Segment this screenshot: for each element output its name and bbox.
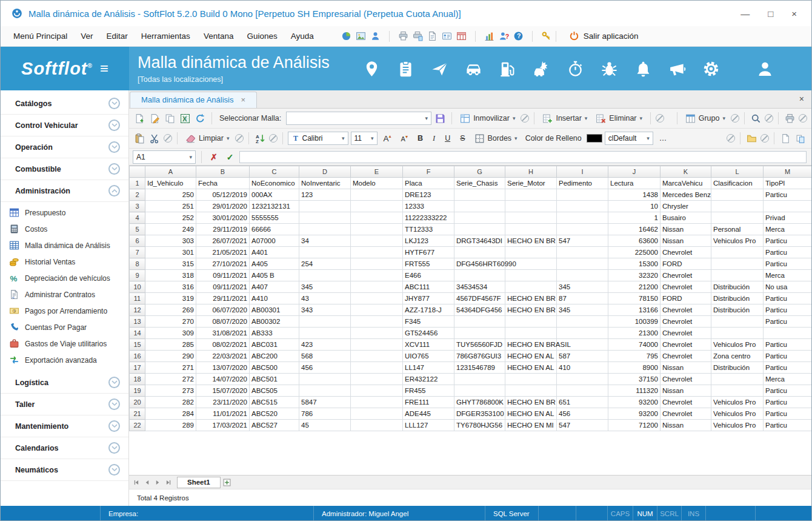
cell-H7[interactable] <box>505 247 557 258</box>
cell-C6[interactable]: A07000 <box>250 235 299 247</box>
cell-J20[interactable]: 93200 <box>608 397 661 408</box>
cell-B8[interactable]: 27/10/2021 <box>196 258 250 270</box>
sidebar-section-administracion[interactable]: Administración <box>1 180 128 202</box>
bar-chart-icon[interactable] <box>484 31 494 41</box>
malla-select[interactable]: ▾ <box>286 112 431 125</box>
cell-J17[interactable]: 8900 <box>608 362 661 374</box>
menu-toggle-icon[interactable]: ≡ <box>100 61 108 76</box>
cell-I22[interactable]: 547 <box>557 420 608 431</box>
cell-B13[interactable]: 08/07/2020 <box>196 316 250 328</box>
cell-H11[interactable]: HECHO EN BR <box>505 293 557 304</box>
cell-C2[interactable]: 000AX <box>250 189 299 201</box>
cell-L17[interactable]: Distribución <box>711 362 764 374</box>
cell-E14[interactable] <box>351 328 403 339</box>
cell-I20[interactable]: 651 <box>557 397 608 408</box>
cell-E4[interactable] <box>351 212 403 224</box>
menu-guiones[interactable]: Guiones <box>240 29 284 44</box>
cell-J4[interactable]: 1 <box>608 212 661 224</box>
cell-H9[interactable] <box>505 270 557 281</box>
cell-C3[interactable]: 1232132131 <box>250 201 299 212</box>
sidebar-item-costos[interactable]: Costos <box>1 221 128 237</box>
inmovilizar-dropdown[interactable]: Inmovilizar▾ <box>457 112 518 125</box>
cell-J3[interactable]: 10 <box>608 201 661 212</box>
cell-J21[interactable]: 93200 <box>608 408 661 420</box>
cell-A14[interactable]: 309 <box>145 328 196 339</box>
cell-C7[interactable]: A401 <box>250 247 299 258</box>
cell-A21[interactable]: 284 <box>145 408 196 420</box>
gear-icon[interactable] <box>702 60 720 78</box>
cell-E10[interactable] <box>351 281 403 293</box>
cell-L19[interactable] <box>711 385 764 397</box>
cell-D16[interactable]: 568 <box>299 351 351 362</box>
cell-D21[interactable]: 786 <box>299 408 351 420</box>
col-header-I[interactable]: I <box>557 166 608 178</box>
page-icon[interactable] <box>779 132 792 145</box>
sidebar-item-administrar-contratos[interactable]: Administrar Contratos <box>1 286 128 303</box>
formula-input[interactable] <box>239 151 807 163</box>
sidebar-item-presupuesto[interactable]: Presupuesto <box>1 204 128 221</box>
cell-M11[interactable]: Particu <box>764 293 812 304</box>
cell-F1[interactable]: Placa <box>403 178 454 189</box>
tab-close-icon[interactable]: × <box>241 96 245 104</box>
cell-M22[interactable]: Particu <box>764 420 812 431</box>
cell-I16[interactable]: 587 <box>557 351 608 362</box>
cell-D12[interactable]: 343 <box>299 304 351 316</box>
cell-I13[interactable] <box>557 316 608 328</box>
cell-F6[interactable]: LKJ123 <box>403 235 454 247</box>
sidebar-section-operacion[interactable]: Operación <box>1 136 128 158</box>
picture-icon[interactable] <box>356 31 366 41</box>
col-header-K[interactable]: K <box>661 166 711 178</box>
cell-B15[interactable]: 08/02/2021 <box>196 339 250 351</box>
cell-F18[interactable]: ER432122 <box>403 374 454 385</box>
col-header-M[interactable]: M <box>764 166 812 178</box>
row-header-11[interactable]: 11 <box>130 293 145 304</box>
cell-D14[interactable] <box>299 328 351 339</box>
cell-C8[interactable]: A405 <box>250 258 299 270</box>
cell-H5[interactable] <box>505 224 557 235</box>
cell-A20[interactable]: 282 <box>145 397 196 408</box>
cell-I6[interactable]: 547 <box>557 235 608 247</box>
cell-E15[interactable] <box>351 339 403 351</box>
cell-K1[interactable]: MarcaVehicu <box>661 178 711 189</box>
cell-F14[interactable]: GT524456 <box>403 328 454 339</box>
cell-C22[interactable]: ABC527 <box>250 420 299 431</box>
grupo-dropdown[interactable]: Grupo▾ <box>682 112 728 125</box>
cell-B16[interactable]: 22/03/2021 <box>196 351 250 362</box>
cell-M16[interactable]: Particu <box>764 351 812 362</box>
sidebar-item-cuentas-por-pagar[interactable]: Cuentas Por Pagar <box>1 319 128 335</box>
fill-color-select[interactable]: clDefault▾ <box>605 132 653 145</box>
slash-circle-icon[interactable] <box>656 114 664 123</box>
cell-K9[interactable]: Chevrolet <box>661 270 711 281</box>
cell-G20[interactable]: GHYT786800K <box>454 397 505 408</box>
cell-J6[interactable]: 63600 <box>608 235 661 247</box>
cell-A10[interactable]: 316 <box>145 281 196 293</box>
col-header-A[interactable]: A <box>145 166 196 178</box>
sidebar-section-control-vehicular[interactable]: Control Vehicular <box>1 115 128 136</box>
cell-B6[interactable]: 26/07/2021 <box>196 235 250 247</box>
cell-G19[interactable] <box>454 385 505 397</box>
cell-J19[interactable]: 111320 <box>608 385 661 397</box>
cell-G3[interactable] <box>454 201 505 212</box>
cell-G13[interactable] <box>454 316 505 328</box>
cell-B12[interactable]: 06/07/2020 <box>196 304 250 316</box>
cell-E19[interactable] <box>351 385 403 397</box>
cell-A4[interactable]: 252 <box>145 212 196 224</box>
cell-K14[interactable]: Chevrolet <box>661 328 711 339</box>
paste-icon[interactable] <box>133 132 146 145</box>
cell-D19[interactable] <box>299 385 351 397</box>
row-header-10[interactable]: 10 <box>130 281 145 293</box>
cell-K13[interactable]: Chevrolet <box>661 316 711 328</box>
cell-F19[interactable]: FR455 <box>403 385 454 397</box>
cell-D1[interactable]: NoInventaric <box>299 178 351 189</box>
slash-circle-icon[interactable] <box>269 134 278 143</box>
row-header-9[interactable]: 9 <box>130 270 145 281</box>
cell-I4[interactable] <box>557 212 608 224</box>
cell-D20[interactable]: 5847 <box>299 397 351 408</box>
cell-A9[interactable]: 318 <box>145 270 196 281</box>
pie-chart-icon[interactable] <box>341 31 351 41</box>
cell-K22[interactable]: Nissan <box>661 420 711 431</box>
cell-L14[interactable] <box>711 328 764 339</box>
row-header-4[interactable]: 4 <box>130 212 145 224</box>
pages-icon[interactable] <box>794 132 807 145</box>
cell-C14[interactable]: AB333 <box>250 328 299 339</box>
